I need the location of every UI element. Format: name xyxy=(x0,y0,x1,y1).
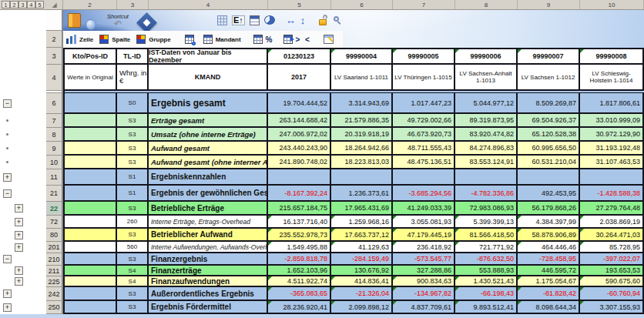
shortcut-button[interactable]: Shortcut ↶ xyxy=(107,13,129,28)
column-header-10[interactable]: 10 xyxy=(580,0,644,9)
cell-value-schleswig-holstein[interactable]: 30.264.471,03 xyxy=(580,229,644,242)
swap-vertical-icon[interactable]: ↕ xyxy=(300,15,306,25)
gruppe-icon[interactable] xyxy=(136,35,146,44)
swap-horizontal-icon[interactable]: ↔ xyxy=(286,15,296,25)
cell-value-thueringen[interactable]: 327.288,86 xyxy=(393,266,455,276)
cell-kto-pos-id[interactable] xyxy=(63,229,117,242)
cell-value-2017[interactable]: -8.167.392,24 xyxy=(268,186,331,202)
cell-value-sachsen[interactable]: 60.531.210,04 xyxy=(518,156,580,169)
cell-value-sachsen-anhalt[interactable]: -4.782.336,86 xyxy=(455,186,518,202)
outline-expand-button[interactable]: + xyxy=(15,277,23,286)
header-col-01230123[interactable]: 01230123 xyxy=(268,48,331,65)
cell-value-sachsen[interactable] xyxy=(518,169,580,186)
select-all-corner[interactable]: ◢ xyxy=(46,0,63,9)
cell-value-2017[interactable]: 28.236.920,41 xyxy=(268,301,331,314)
row-number[interactable]: 225 xyxy=(46,276,63,287)
header-col-99990004[interactable]: 99990004 xyxy=(331,48,393,65)
cell-tl-id[interactable]: S3 xyxy=(117,287,149,301)
cell-value-saarland[interactable]: 3.314.943,69 xyxy=(331,93,393,114)
cell-label[interactable]: Finanzerträge xyxy=(149,266,268,276)
row-number[interactable]: 4 xyxy=(46,65,63,91)
outline-expand-button[interactable]: + xyxy=(15,243,23,252)
cell-label[interactable]: Interne Erträge, Ertrags-Overhead xyxy=(149,216,268,229)
cell-value-schleswig-holstein[interactable]: 193.653,53 xyxy=(580,266,644,276)
cell-value-saarland[interactable]: 414.836,41 xyxy=(331,276,393,287)
cell-value-schleswig-holstein[interactable]: 3.307.155,93 xyxy=(580,301,644,314)
cell-value-schleswig-holstein[interactable]: 33.010.999,09 xyxy=(580,114,644,128)
cell-value-saarland[interactable]: 41.129,63 xyxy=(331,242,393,253)
row-number[interactable]: 211 xyxy=(46,266,63,276)
header-lv-thueringen[interactable]: LV Thüringen 1-1015 xyxy=(393,65,455,91)
cell-value-2017[interactable]: 243.440.243,90 xyxy=(268,142,331,156)
outline-expand-button[interactable]: + xyxy=(15,266,23,275)
column-header-6[interactable]: 6 xyxy=(331,0,393,9)
cell-value-sachsen[interactable]: 56.179.868,26 xyxy=(518,202,580,216)
cell-value-sachsen-anhalt[interactable]: 5.399.399,13 xyxy=(455,216,518,229)
header-ist-daten[interactable]: IST-Daten von Januar bis Dezember xyxy=(149,48,268,65)
header-werte-in-original[interactable]: Werte in Original xyxy=(63,65,117,91)
outline-level-1-button[interactable]: 1 xyxy=(2,1,10,8)
cell-value-thueringen[interactable]: 1.017.447,23 xyxy=(393,93,455,114)
round-nav-button[interactable] xyxy=(86,19,96,30)
cell-value-saarland[interactable]: 2.099.898,12 xyxy=(331,301,393,314)
export-up-icon[interactable]: E↑ xyxy=(232,15,245,25)
cell-value-thueringen[interactable]: 236.418,92 xyxy=(393,242,455,253)
header-2017[interactable]: 2017 xyxy=(268,65,331,91)
cell-value-sachsen-anhalt[interactable]: 72.983.086,93 xyxy=(455,202,518,216)
cell-value-2017[interactable]: 247.006.972,02 xyxy=(268,128,331,142)
row-number[interactable]: 6 xyxy=(46,93,63,114)
cell-label[interactable]: Erträge gesamt xyxy=(149,114,268,128)
cell-value-2017[interactable]: 19.704.444,52 xyxy=(268,93,331,114)
row-number[interactable]: 3 xyxy=(46,48,63,65)
row-number[interactable]: 8 xyxy=(46,128,63,142)
cell-tl-id[interactable]: S3 xyxy=(117,229,149,242)
outline-collapse-button[interactable]: − xyxy=(3,189,12,198)
cell-value-saarland[interactable] xyxy=(331,169,393,186)
report-table-icon[interactable] xyxy=(250,15,260,25)
cell-kto-pos-id[interactable] xyxy=(63,156,117,169)
cell-kto-pos-id[interactable] xyxy=(63,276,117,287)
cell-value-sachsen-anhalt[interactable]: 81.566.418,50 xyxy=(455,229,518,242)
zeile-button[interactable]: Zeile xyxy=(79,36,93,43)
cell-value-sachsen[interactable]: 8.098.644,34 xyxy=(518,301,580,314)
mandant-table-icon[interactable] xyxy=(203,35,213,44)
cell-value-thueringen[interactable]: -3.685.294,56 xyxy=(393,186,455,202)
cell-value-saarland[interactable]: 1.259.968,16 xyxy=(331,216,393,229)
cell-value-sachsen-anhalt[interactable]: -876.632,50 xyxy=(455,253,518,266)
cell-value-sachsen-anhalt[interactable]: 9.893.512,41 xyxy=(455,301,518,314)
cell-value-thueringen[interactable]: 900.834,63 xyxy=(393,276,455,287)
cell-value-2017[interactable]: 1.652.103,96 xyxy=(268,266,331,276)
cell-value-schleswig-holstein[interactable]: 27.279.764,48 xyxy=(580,202,644,216)
cell-value-schleswig-holstein[interactable] xyxy=(580,169,644,186)
cell-label[interactable]: Umsatz (ohne interne Erträge) xyxy=(149,128,268,142)
outline-expand-button[interactable]: + xyxy=(15,218,23,226)
cell-value-schleswig-holstein[interactable]: -60.760,94 xyxy=(580,287,644,301)
cell-value-2017[interactable]: 235.552.978,73 xyxy=(268,229,331,242)
cell-kto-pos-id[interactable] xyxy=(63,253,117,266)
outline-expand-button[interactable]: + xyxy=(15,231,23,239)
cell-value-2017[interactable]: 16.137.716,40 xyxy=(268,216,331,229)
cell-label[interactable]: Interne Aufwendungen, Aufwands-Overhead xyxy=(149,242,268,253)
cell-value-sachsen[interactable]: 446.595,72 xyxy=(518,266,580,276)
cell-value-sachsen[interactable]: 69.504.926,37 xyxy=(518,114,580,128)
cell-kto-pos-id[interactable] xyxy=(63,128,117,142)
cell-value-2017[interactable] xyxy=(268,169,331,186)
cell-value-schleswig-holstein[interactable]: 31.107.463,53 xyxy=(580,156,644,169)
percent-button[interactable]: % xyxy=(266,35,273,44)
gruppe-button[interactable]: Gruppe xyxy=(149,36,170,43)
row-number[interactable]: 242 xyxy=(46,287,63,301)
cell-value-2017[interactable]: 4.511.922,74 xyxy=(268,276,331,287)
cell-value-saarland[interactable]: 17.663.737,12 xyxy=(331,229,393,242)
pie-chart-icon[interactable] xyxy=(264,15,275,25)
cell-kto-pos-id[interactable] xyxy=(63,186,117,202)
grid-view-icon[interactable] xyxy=(217,15,227,25)
header-col-99990006[interactable]: 99990006 xyxy=(455,48,518,65)
row-number[interactable]: 80 xyxy=(46,229,63,242)
cell-value-saarland[interactable]: 18.264.942,66 xyxy=(331,142,393,156)
zoom-icon[interactable] xyxy=(333,15,343,25)
cell-tl-id[interactable]: 560 xyxy=(117,242,149,253)
spalte-button[interactable]: Spalte xyxy=(112,36,130,43)
cell-value-schleswig-holstein[interactable]: 31.193.192,48 xyxy=(580,142,644,156)
cell-value-2017[interactable]: 1.549.495,88 xyxy=(268,242,331,253)
cell-kto-pos-id[interactable] xyxy=(63,169,117,186)
